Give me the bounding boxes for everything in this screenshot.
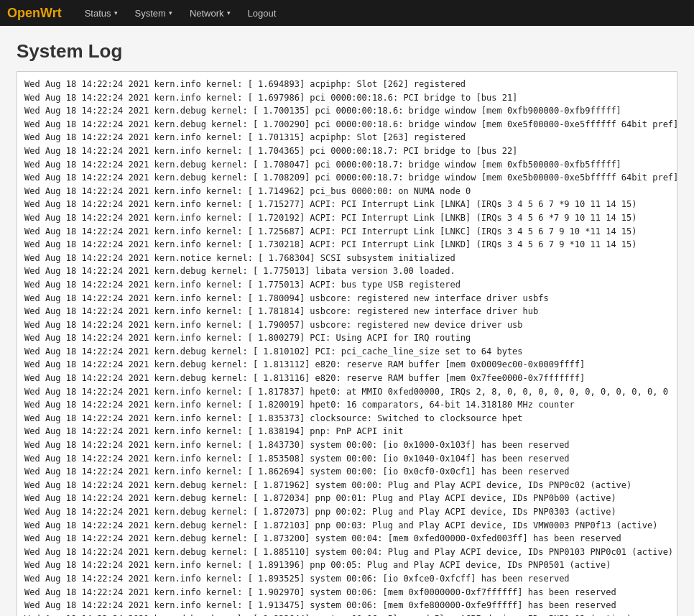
nav-logout[interactable]: Logout xyxy=(239,0,285,26)
log-line: Wed Aug 18 14:22:24 2021 kern.info kerne… xyxy=(24,211,670,225)
log-line: Wed Aug 18 14:22:24 2021 kern.info kerne… xyxy=(24,572,670,586)
log-line: Wed Aug 18 14:22:24 2021 kern.info kerne… xyxy=(24,586,670,599)
log-line: Wed Aug 18 14:22:24 2021 kern.debug kern… xyxy=(24,265,670,278)
log-line: Wed Aug 18 14:22:24 2021 kern.info kerne… xyxy=(24,238,670,252)
log-line: Wed Aug 18 14:22:24 2021 kern.info kerne… xyxy=(24,599,670,612)
nav-status[interactable]: Status ▾ xyxy=(76,0,126,26)
log-line: Wed Aug 18 14:22:24 2021 kern.debug kern… xyxy=(24,372,670,385)
log-line: Wed Aug 18 14:22:24 2021 kern.debug kern… xyxy=(24,546,670,559)
brand-open: Open xyxy=(7,6,40,20)
log-line: Wed Aug 18 14:22:24 2021 kern.info kerne… xyxy=(24,398,670,412)
log-line: Wed Aug 18 14:22:24 2021 kern.info kerne… xyxy=(24,78,670,91)
network-arrow-icon: ▾ xyxy=(227,9,231,17)
log-line: Wed Aug 18 14:22:24 2021 kern.debug kern… xyxy=(24,519,670,533)
log-line: Wed Aug 18 14:22:24 2021 kern.debug kern… xyxy=(24,104,670,118)
log-line: Wed Aug 18 14:22:24 2021 kern.info kerne… xyxy=(24,144,670,158)
log-line: Wed Aug 18 14:22:24 2021 kern.info kerne… xyxy=(24,425,670,438)
page-title: System Log xyxy=(17,40,677,63)
log-line: Wed Aug 18 14:22:24 2021 kern.info kerne… xyxy=(24,198,670,211)
brand-wrt: Wrt xyxy=(40,6,62,20)
log-line: Wed Aug 18 14:22:24 2021 kern.info kerne… xyxy=(24,305,670,318)
log-line: Wed Aug 18 14:22:24 2021 kern.debug kern… xyxy=(24,479,670,492)
log-line: Wed Aug 18 14:22:24 2021 kern.debug kern… xyxy=(24,612,670,616)
log-line: Wed Aug 18 14:22:24 2021 kern.debug kern… xyxy=(24,532,670,546)
log-line: Wed Aug 18 14:22:24 2021 kern.notice ker… xyxy=(24,252,670,265)
brand-logo[interactable]: OpenWrt xyxy=(7,6,62,21)
log-line: Wed Aug 18 14:22:24 2021 kern.info kerne… xyxy=(24,465,670,479)
status-arrow-icon: ▾ xyxy=(114,9,118,17)
log-line: Wed Aug 18 14:22:24 2021 kern.debug kern… xyxy=(24,492,670,505)
log-line: Wed Aug 18 14:22:24 2021 kern.debug kern… xyxy=(24,345,670,359)
log-line: Wed Aug 18 14:22:24 2021 kern.info kerne… xyxy=(24,331,670,345)
log-line: Wed Aug 18 14:22:24 2021 kern.info kerne… xyxy=(24,91,670,105)
system-arrow-icon: ▾ xyxy=(169,9,172,17)
log-line: Wed Aug 18 14:22:24 2021 kern.debug kern… xyxy=(24,358,670,372)
log-line: Wed Aug 18 14:22:24 2021 kern.debug kern… xyxy=(24,118,670,132)
log-line: Wed Aug 18 14:22:24 2021 kern.info kerne… xyxy=(24,131,670,144)
log-line: Wed Aug 18 14:22:24 2021 kern.info kerne… xyxy=(24,292,670,305)
log-line: Wed Aug 18 14:22:24 2021 kern.info kerne… xyxy=(24,558,670,572)
nav-network[interactable]: Network ▾ xyxy=(181,0,239,26)
log-line: Wed Aug 18 14:22:24 2021 kern.info kerne… xyxy=(24,412,670,426)
nav-system[interactable]: System ▾ xyxy=(126,0,181,26)
log-container[interactable]: Wed Aug 18 14:22:24 2021 kern.info kerne… xyxy=(17,71,677,616)
log-line: Wed Aug 18 14:22:24 2021 kern.debug kern… xyxy=(24,158,670,172)
log-line: Wed Aug 18 14:22:24 2021 kern.info kerne… xyxy=(24,278,670,292)
log-line: Wed Aug 18 14:22:24 2021 kern.debug kern… xyxy=(24,171,670,185)
log-line: Wed Aug 18 14:22:24 2021 kern.debug kern… xyxy=(24,505,670,519)
log-line: Wed Aug 18 14:22:24 2021 kern.info kerne… xyxy=(24,225,670,239)
log-line: Wed Aug 18 14:22:24 2021 kern.info kerne… xyxy=(24,452,670,466)
main-content: System Log Wed Aug 18 14:22:24 2021 kern… xyxy=(2,26,692,616)
navbar: OpenWrt Status ▾ System ▾ Network ▾ Logo… xyxy=(0,0,694,26)
log-line: Wed Aug 18 14:22:24 2021 kern.info kerne… xyxy=(24,185,670,198)
log-line: Wed Aug 18 14:22:24 2021 kern.info kerne… xyxy=(24,385,670,399)
log-line: Wed Aug 18 14:22:24 2021 kern.info kerne… xyxy=(24,318,670,332)
log-line: Wed Aug 18 14:22:24 2021 kern.info kerne… xyxy=(24,438,670,452)
